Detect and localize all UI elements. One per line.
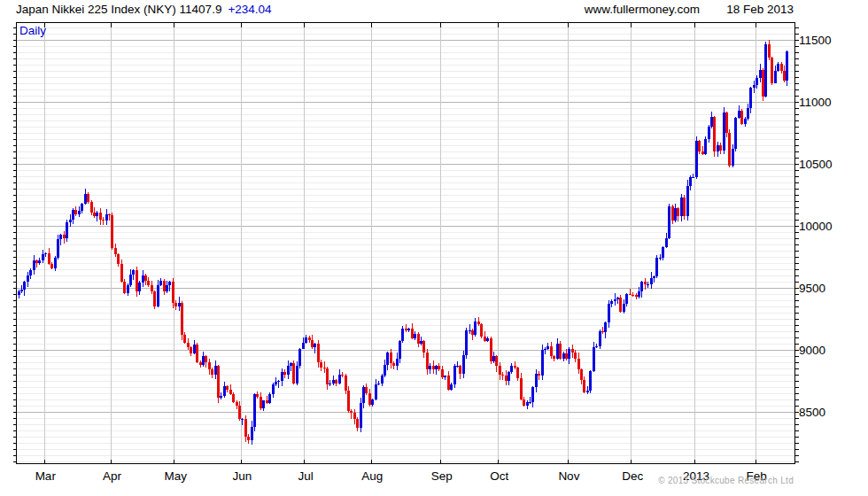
candle-down — [153, 291, 156, 308]
candle-up — [510, 363, 513, 374]
candle-down — [447, 371, 450, 391]
candle-down — [768, 40, 771, 59]
y-tick-label: 10000 — [799, 220, 833, 233]
candle-down — [411, 323, 414, 339]
candle-down — [232, 392, 235, 403]
candle-down — [144, 274, 147, 285]
candle-up — [662, 246, 664, 260]
x-tick-label: May — [164, 469, 187, 483]
candle-up — [556, 338, 559, 360]
candle-up — [338, 369, 341, 384]
date-label: 18 Feb 2013 — [726, 3, 794, 16]
candle-down — [226, 385, 229, 392]
candle-down — [308, 336, 311, 343]
candle-down — [520, 373, 523, 400]
candle-down — [471, 329, 474, 340]
candle-down — [501, 372, 504, 379]
candle-up — [138, 281, 141, 296]
candle-up — [281, 368, 283, 386]
candle-up — [589, 370, 592, 393]
candle-up — [375, 379, 377, 400]
candle-down — [459, 365, 461, 379]
candle-down — [181, 301, 183, 339]
candle-up — [640, 281, 643, 298]
candle-down — [619, 295, 622, 314]
candle-up — [744, 117, 747, 127]
candle-down — [183, 332, 186, 345]
candle-down — [174, 300, 177, 310]
candle-down — [516, 367, 519, 381]
candle-up — [450, 383, 453, 391]
candle-down — [574, 350, 577, 362]
candle-up — [668, 204, 670, 239]
y-tick-label: 8500 — [799, 406, 825, 419]
candle-up — [20, 285, 23, 293]
candle-up — [132, 269, 135, 280]
candle-up — [444, 376, 446, 380]
candle-down — [441, 366, 444, 380]
candle-down — [499, 362, 501, 380]
candle-down — [190, 346, 192, 356]
candle-up — [777, 62, 779, 72]
candle-down — [422, 340, 425, 358]
website-label: www.fullermoney.com — [585, 3, 700, 16]
candle-up — [647, 282, 649, 288]
candle-up — [508, 371, 510, 386]
candle-up — [723, 107, 725, 155]
candle-down — [553, 355, 555, 360]
candle-up — [593, 342, 595, 371]
candle-up — [296, 361, 298, 385]
x-tick-label: Apr — [103, 469, 122, 483]
candle-up — [625, 293, 628, 306]
candle-down — [490, 337, 492, 364]
candle-down — [559, 341, 562, 359]
candle-up — [202, 352, 205, 367]
candle-up — [562, 352, 565, 361]
candle-down — [229, 384, 232, 395]
candle-down — [244, 415, 247, 442]
candle-up — [386, 352, 389, 371]
candle-up — [272, 383, 275, 398]
candle-up — [753, 81, 756, 93]
grid-minor — [17, 27, 794, 461]
candle-down — [108, 213, 111, 221]
candle-down — [523, 397, 525, 407]
candle-down — [317, 340, 320, 368]
candle-up — [105, 209, 108, 225]
candle-up — [435, 365, 438, 375]
candle-down — [417, 332, 420, 347]
candle-up — [157, 280, 159, 307]
candle-down — [283, 369, 286, 378]
candle-down — [117, 253, 120, 267]
y-tick-label: 11500 — [799, 34, 832, 47]
candle-down — [347, 386, 350, 413]
candle-down — [701, 146, 704, 155]
candle-up — [305, 335, 307, 343]
candle-down — [151, 281, 153, 293]
candle-up — [717, 142, 719, 157]
candle-down — [238, 401, 241, 422]
candle-down — [99, 208, 102, 224]
candle-down — [438, 363, 440, 372]
candle-down — [505, 370, 508, 385]
x-tick-label: Dec — [622, 469, 643, 483]
candle-up — [749, 87, 752, 113]
x-tick-label: Jun — [232, 469, 252, 483]
candle-down — [601, 327, 604, 335]
y-axis-labels: 85009000950010000105001100011500 — [799, 34, 833, 419]
candle-up — [638, 287, 640, 298]
price-chart: 85009000950010000105001100011500MarAprMa… — [0, 0, 868, 496]
candle-up — [69, 214, 72, 227]
candle-down — [583, 376, 585, 393]
candle-up — [529, 397, 531, 403]
candle-down — [345, 374, 347, 393]
candle-up — [142, 270, 144, 288]
candle-up — [414, 331, 416, 339]
candle-up — [377, 381, 380, 385]
candle-up — [277, 380, 280, 388]
candle-up — [223, 382, 226, 398]
candle-up — [168, 281, 171, 291]
candle-down — [365, 384, 368, 394]
candle-up — [332, 376, 335, 385]
x-tick-label: Mar — [35, 469, 57, 483]
